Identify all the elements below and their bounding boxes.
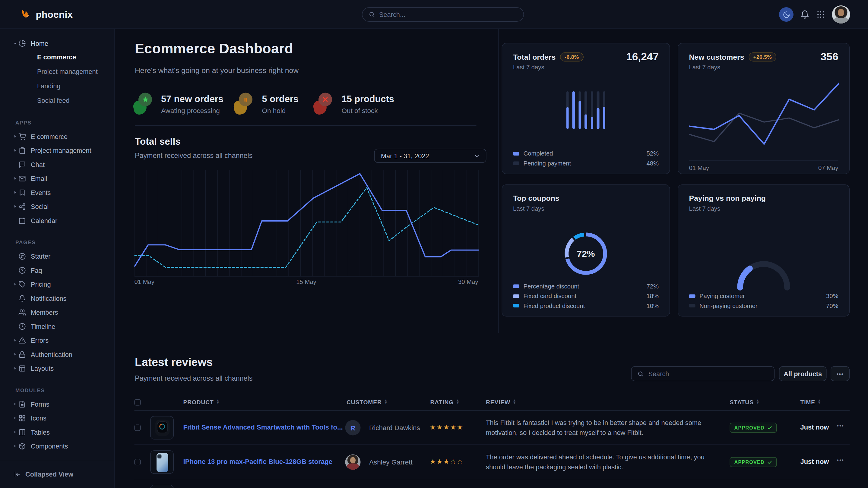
more-options-button[interactable]: •••	[831, 366, 849, 381]
x-axis-label: 07 May	[818, 165, 838, 171]
column-header-customer[interactable]: CUSTOMER▲▼	[346, 399, 388, 406]
sidebar-item-calendar[interactable]: Calendar	[0, 214, 115, 228]
navbar-search-input[interactable]: Search...	[362, 7, 524, 22]
sidebar-item-errors[interactable]: Errors	[0, 333, 115, 348]
review-row: iPhone 13 pro max-Pacific Blue-128GB sto…	[134, 445, 850, 479]
moon-icon	[782, 10, 790, 19]
sidebar-item-starter[interactable]: Starter	[0, 249, 115, 263]
reviews-subtitle: Payment received across all channels	[135, 375, 252, 383]
sidebar-section-label: APPS	[0, 119, 115, 127]
x-axis-label: 01 May	[689, 165, 709, 171]
phoenix-flame-icon	[20, 9, 32, 21]
sidebar-item-faq[interactable]: Faq	[0, 263, 115, 277]
sidebar-item-notifications[interactable]: Notifications	[0, 291, 115, 305]
sidebar-item-members[interactable]: Members	[0, 305, 115, 320]
review-time: Just now	[801, 458, 829, 465]
pie-chart-icon	[19, 40, 26, 47]
sidebar-item-pricing[interactable]: Pricing	[0, 277, 115, 291]
legend-row: Fixed card discount18%	[513, 291, 659, 301]
date-range-select[interactable]: Mar 1 - 31, 2022	[374, 149, 487, 163]
search-placeholder: Search...	[379, 11, 405, 18]
column-header-rating[interactable]: RATING▲▼	[430, 399, 460, 406]
sidebar-item-authentication[interactable]: Authentication	[0, 347, 115, 361]
sidebar-subitem-project-management[interactable]: Project management	[0, 64, 115, 79]
new-customers-chart	[689, 77, 839, 159]
sidebar-item-tables[interactable]: Tables	[0, 425, 115, 439]
sidebar-subitem-social-feed[interactable]: Social feed	[0, 93, 115, 108]
sidebar-item-timeline[interactable]: Timeline	[0, 319, 115, 333]
row-checkbox[interactable]	[134, 459, 141, 465]
sidebar-item-forms[interactable]: Forms	[0, 397, 115, 411]
product-image[interactable]	[150, 450, 174, 474]
sidebar-item-events[interactable]: Events	[0, 185, 115, 199]
orders-bar-chart	[502, 91, 670, 129]
stat-text: 57 new orders	[161, 94, 223, 105]
column-header-product[interactable]: PRODUCT▲▼	[183, 399, 220, 406]
x-axis-label: 01 May	[134, 279, 154, 286]
app-root: phoenix Search... Home E commerceProject…	[0, 0, 868, 488]
sidebar-section-label: MODULES	[0, 386, 115, 394]
divider	[135, 125, 476, 126]
user-avatar[interactable]	[832, 5, 850, 24]
theme-toggle-button[interactable]	[779, 7, 794, 22]
total-orders-card: Total orders -6.8% 16,247 Last 7 days Co…	[502, 43, 670, 174]
sidebar-item-layouts[interactable]: Layouts	[0, 361, 115, 376]
product-image[interactable]	[150, 416, 174, 440]
donut-center-label: 72%	[554, 222, 618, 286]
sidebar-item-e-commerce[interactable]: E commerce	[0, 129, 115, 143]
stat-sub: On hold	[262, 107, 299, 115]
brand-logo[interactable]: phoenix	[20, 0, 73, 29]
sidebar-item-components[interactable]: Components	[0, 439, 115, 453]
chevron-down-icon	[474, 153, 479, 159]
total-sells-subtitle: Payment received across all channels	[135, 152, 252, 160]
sidebar-item-email[interactable]: Email	[0, 171, 115, 186]
review-text: This Fitbit is fantastic! I was trying t…	[486, 418, 712, 438]
reviews-search-input[interactable]: Search	[631, 366, 775, 381]
sidebar-item-home[interactable]: Home	[0, 37, 115, 50]
new-customers-card: New customers +26.5% 356 Last 7 days 01 …	[678, 43, 849, 174]
row-actions-button[interactable]: •••	[837, 423, 844, 428]
notifications-button[interactable]	[801, 10, 809, 19]
rating-stars: ★★★★★	[430, 423, 464, 431]
search-icon	[638, 370, 644, 377]
all-products-button[interactable]: All products	[779, 366, 827, 381]
customer-name: Richard Dawkins	[369, 424, 420, 432]
sidebar-item-project-management[interactable]: Project management	[0, 143, 115, 158]
select-all-checkbox[interactable]	[134, 399, 141, 406]
sidebar-item-social[interactable]: Social	[0, 199, 115, 214]
column-header-review[interactable]: REVIEW▲▼	[486, 399, 516, 406]
divider	[498, 29, 499, 333]
legend-row: Fixed product discount10%	[513, 301, 659, 311]
row-checkbox[interactable]	[134, 425, 141, 431]
latest-reviews-section: Latest reviews Payment received across a…	[115, 333, 868, 488]
column-header-time[interactable]: TIME▲▼	[801, 399, 821, 406]
sidebar-section-label: PAGES	[0, 238, 115, 247]
sidebar-item-chat[interactable]: Chat	[0, 157, 115, 171]
page-subtitle: Here's what's going on at your business …	[135, 66, 299, 75]
row-actions-button[interactable]: •••	[837, 457, 844, 463]
sidebar-item-icons[interactable]: Icons	[0, 411, 115, 425]
trend-badge: +26.5%	[749, 53, 776, 62]
sidebar-subitem-landing[interactable]: Landing	[0, 79, 115, 93]
bell-icon	[801, 10, 809, 19]
product-image[interactable]	[150, 485, 174, 488]
apps-grid-button[interactable]	[816, 10, 825, 19]
product-link[interactable]: iPhone 13 pro max-Pacific Blue-128GB sto…	[183, 458, 333, 465]
chevron-down-icon	[13, 41, 18, 45]
sidebar-subitem-e-commerce[interactable]: E commerce	[0, 50, 115, 64]
sidebar-collapse-toggle[interactable]: Collapsed View	[0, 460, 115, 488]
search-icon	[369, 11, 375, 18]
x-axis-label: 30 May	[442, 279, 478, 286]
legend-row: Completed52%	[513, 149, 659, 159]
review-row: Fitbit Sense Advanced Smartwatch with To…	[134, 411, 850, 445]
legend-row: Pending payment48%	[513, 159, 659, 168]
customer-avatar	[345, 455, 361, 470]
page-title: Ecommerce Dashboard	[135, 41, 293, 57]
collapse-label: Collapsed View	[25, 471, 73, 478]
card-period: Last 7 days	[513, 205, 545, 212]
trend-badge: -6.8%	[560, 53, 583, 62]
product-link[interactable]: Fitbit Sense Advanced Smartwatch with To…	[183, 424, 343, 431]
top-navbar: phoenix Search...	[0, 0, 868, 29]
x-axis-label: 15 May	[288, 279, 324, 286]
column-header-status[interactable]: STATUS▲▼	[730, 399, 760, 406]
